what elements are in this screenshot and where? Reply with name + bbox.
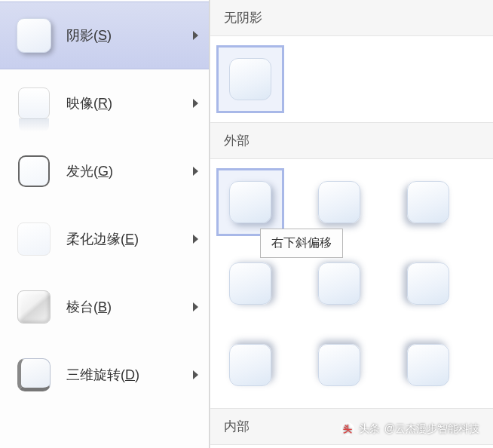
chevron-right-icon	[193, 99, 198, 108]
preset-outer-6[interactable]	[394, 250, 462, 318]
watermark-prefix: 头条	[359, 422, 380, 436]
preset-outer-8[interactable]	[305, 331, 373, 399]
shadow-preview-icon	[318, 262, 360, 305]
preset-outer-1[interactable]	[216, 168, 284, 236]
menu-label: 棱台(B)	[66, 298, 193, 316]
watermark-icon: 头	[341, 422, 354, 436]
menu-label: 三维旋转(D)	[66, 366, 193, 384]
chevron-right-icon	[193, 235, 198, 244]
shadow-icon	[14, 15, 54, 56]
menu-item-glow[interactable]: 发光(G)	[0, 137, 209, 205]
glow-icon	[14, 151, 54, 192]
shadow-preview-icon	[318, 344, 360, 386]
menu-label: 映像(R)	[66, 94, 193, 112]
preset-outer-5[interactable]	[305, 250, 373, 318]
soft-edges-icon	[14, 219, 54, 259]
shadow-preview-icon	[229, 262, 271, 305]
section-header-outer: 外部	[210, 122, 493, 159]
chevron-right-icon	[193, 167, 198, 176]
shadow-preview-icon	[407, 344, 449, 386]
menu-item-reflection[interactable]: 映像(R)	[0, 69, 209, 137]
chevron-right-icon	[193, 302, 198, 311]
shadow-preview-icon	[229, 181, 271, 223]
section-header-none: 无阴影	[210, 0, 493, 36]
menu-label: 发光(G)	[66, 162, 193, 180]
preset-outer-3[interactable]	[394, 168, 462, 236]
menu-item-soft-edges[interactable]: 柔化边缘(E)	[0, 205, 209, 273]
preset-outer-7[interactable]	[216, 331, 284, 399]
preset-group-outer: 右下斜偏移	[210, 159, 493, 408]
shadow-preview-icon	[229, 344, 271, 386]
watermark-text: @云杰漫步智能科技	[384, 422, 479, 436]
menu-label: 柔化边缘(E)	[66, 230, 193, 248]
shadow-preview-icon	[407, 181, 449, 223]
menu-label: 阴影(S)	[66, 26, 193, 44]
preset-outer-9[interactable]	[394, 331, 462, 399]
shadow-preview-icon	[407, 262, 449, 305]
watermark: 头 头条 @云杰漫步智能科技	[341, 422, 479, 436]
bevel-icon	[14, 287, 54, 327]
shadow-preview-icon	[318, 181, 360, 223]
chevron-right-icon	[193, 31, 198, 40]
preset-no-shadow[interactable]	[216, 45, 284, 113]
preset-outer-4[interactable]	[216, 250, 284, 318]
tooltip: 右下斜偏移	[260, 229, 343, 258]
menu-item-shadow[interactable]: 阴影(S)	[0, 2, 209, 69]
rotation-3d-icon	[14, 354, 54, 395]
menu-item-3d-rotation[interactable]: 三维旋转(D)	[0, 341, 209, 409]
shadow-preview-icon	[229, 58, 271, 100]
shadow-gallery: 无阴影 外部	[210, 0, 493, 448]
preset-group-none	[210, 36, 493, 122]
reflection-icon	[14, 83, 54, 124]
effects-menu: 阴影(S) 映像(R) 发光(G) 柔化边缘(E) 棱台(B) 三维旋转(D)	[0, 0, 210, 448]
preset-outer-2[interactable]	[305, 168, 373, 236]
menu-item-bevel[interactable]: 棱台(B)	[0, 273, 209, 341]
chevron-right-icon	[193, 370, 198, 379]
